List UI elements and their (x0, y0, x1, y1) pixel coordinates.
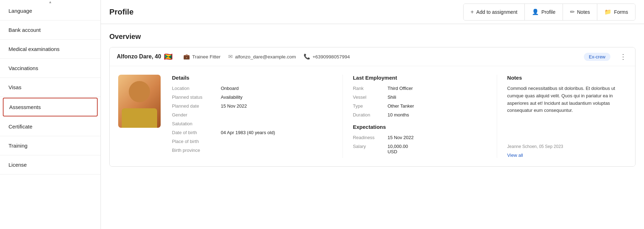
more-options-button[interactable]: ⋮ (618, 52, 628, 61)
exp-value: 10,000.00 USD (387, 144, 408, 154)
detail-row: Gender (172, 112, 331, 118)
job-title-meta: 💼 Trainee Fitter (183, 53, 220, 60)
detail-label: Salutation (172, 121, 218, 126)
expectation-row: Salary10,000.00 USD (353, 144, 485, 154)
add-to-assignment-button[interactable]: + Add to assignment (464, 4, 525, 20)
profile-body: Details LocationOnboardPlanned statusAva… (110, 66, 635, 166)
expectations-title: Expectations (353, 124, 485, 130)
avatar-head (129, 81, 150, 102)
forms-button[interactable]: 📁 Forms (597, 4, 635, 20)
detail-row: Salutation (172, 121, 331, 126)
sidebar-item-visas[interactable]: Visas (0, 78, 100, 97)
detail-label: Location (172, 86, 218, 91)
detail-value: Availability (221, 95, 242, 100)
main-content: Profile + Add to assignment 👤 Profile ✏ … (101, 0, 644, 229)
email-icon: ✉ (228, 53, 233, 60)
content-area: Overview Alfonzo Dare, 40 🇬🇩 💼 Trainee F… (101, 24, 644, 229)
detail-label: Planned status (172, 95, 218, 100)
exp-value: 15 Nov 2022 (387, 135, 414, 140)
emp-label: Duration (353, 112, 385, 118)
employment-row: Duration10 months (353, 112, 485, 118)
flag-icon: 🇬🇩 (164, 52, 173, 61)
detail-value: 04 Apr 1983 (40 years old) (221, 130, 275, 135)
exp-label: Salary (353, 144, 385, 154)
emp-value: Third Officer (387, 86, 413, 91)
employment-row: TypeOther Tanker (353, 103, 485, 109)
notes-text: Commodi necessitatibus sit doloribus. Et… (507, 85, 627, 141)
detail-label: Birth province (172, 148, 218, 153)
topbar-actions: + Add to assignment 👤 Profile ✏ Notes 📁 … (463, 4, 636, 21)
emp-value: 10 months (387, 112, 409, 118)
details-rows: LocationOnboardPlanned statusAvailabilit… (172, 86, 331, 153)
detail-row: Planned statusAvailability (172, 95, 331, 100)
details-section: Details LocationOnboardPlanned statusAva… (172, 75, 331, 158)
detail-label: Date of birth (172, 130, 218, 135)
status-badge: Ex-crew (584, 53, 610, 61)
detail-row: Place of birth (172, 139, 331, 144)
scroll-top-indicator: ▲ (47, 0, 53, 4)
detail-row: Birth province (172, 148, 331, 153)
detail-label: Place of birth (172, 139, 218, 144)
sidebar-item-medical-examinations[interactable]: Medical examinations (0, 40, 100, 59)
topbar: Profile + Add to assignment 👤 Profile ✏ … (101, 0, 644, 24)
emp-label: Vessel (353, 95, 385, 100)
sidebar-item-vaccinations[interactable]: Vaccinations (0, 59, 100, 78)
notes-section: Notes Commodi necessitatibus sit dolorib… (497, 75, 627, 158)
exp-label: Readiness (353, 135, 385, 140)
sidebar-item-training[interactable]: Training (0, 136, 100, 155)
detail-value: 15 Nov 2022 (221, 103, 247, 109)
employment-rows: RankThird OfficerVesselShiliTypeOther Ta… (353, 86, 485, 118)
details-title: Details (172, 75, 331, 81)
emp-value: Shili (387, 95, 396, 100)
profile-icon: 👤 (532, 8, 539, 15)
sidebar: ▲ LanguageBank accountMedical examinatio… (0, 0, 101, 229)
emp-label: Rank (353, 86, 385, 91)
expectations-rows: Readiness15 Nov 2022Salary10,000.00 USD (353, 135, 485, 154)
notes-title: Notes (507, 75, 627, 81)
sidebar-item-bank-account[interactable]: Bank account (0, 21, 100, 40)
emp-label: Type (353, 103, 385, 109)
sidebar-item-language[interactable]: Language (0, 1, 100, 21)
profile-header: Alfonzo Dare, 40 🇬🇩 💼 Trainee Fitter ✉ a… (110, 47, 635, 66)
avatar-shirt (122, 108, 157, 128)
employment-row: RankThird Officer (353, 86, 485, 91)
person-name: Alfonzo Dare, 40 🇬🇩 (117, 52, 173, 61)
detail-value: Onboard (221, 86, 239, 91)
overview-title: Overview (109, 33, 636, 41)
sidebar-item-certificate[interactable]: Certificate (0, 117, 100, 136)
pencil-icon: ✏ (570, 8, 575, 15)
profile-button[interactable]: 👤 Profile (525, 4, 563, 20)
page-title: Profile (109, 7, 460, 17)
sidebar-item-license[interactable]: License (0, 155, 100, 174)
phone-icon: 📞 (304, 53, 310, 60)
detail-row: Date of birth04 Apr 1983 (40 years old) (172, 130, 331, 135)
phone-meta: 📞 +6390998057994 (304, 53, 350, 60)
employment-section: Last Employment RankThird OfficerVesselS… (343, 75, 485, 158)
expectations-section: Expectations Readiness15 Nov 2022Salary1… (353, 124, 485, 154)
email-meta: ✉ alfonzo_dare@example.com (228, 53, 296, 60)
sidebar-item-assessments[interactable]: Assessments (3, 98, 98, 116)
detail-label: Gender (172, 112, 218, 118)
view-all-link[interactable]: View all (507, 153, 627, 158)
plus-icon: + (471, 9, 474, 15)
emp-value: Other Tanker (387, 103, 414, 109)
expectation-row: Readiness15 Nov 2022 (353, 135, 485, 140)
detail-row: LocationOnboard (172, 86, 331, 91)
employment-title: Last Employment (353, 75, 485, 81)
folder-icon: 📁 (604, 8, 611, 15)
notes-author: Jeanne Schoen, 05 Sep 2023 (507, 144, 627, 149)
profile-meta: 💼 Trainee Fitter ✉ alfonzo_dare@example.… (183, 52, 628, 61)
notes-button[interactable]: ✏ Notes (563, 4, 598, 20)
briefcase-icon: 💼 (183, 53, 190, 60)
profile-card: Alfonzo Dare, 40 🇬🇩 💼 Trainee Fitter ✉ a… (109, 47, 636, 167)
profile-photo (118, 75, 161, 128)
employment-row: VesselShili (353, 95, 485, 100)
detail-label: Planned date (172, 103, 218, 109)
detail-row: Planned date15 Nov 2022 (172, 103, 331, 109)
